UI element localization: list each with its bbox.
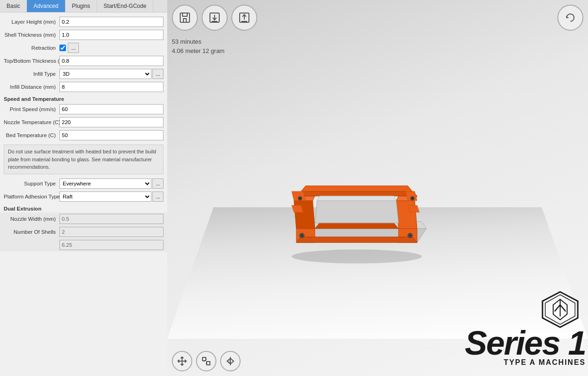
right-toolbar (557, 5, 583, 31)
value-625-input (59, 240, 163, 250)
svg-marker-51 (230, 358, 234, 364)
layer-height-input[interactable] (59, 17, 163, 27)
mirror-button[interactable] (220, 351, 241, 371)
move-button[interactable] (172, 351, 192, 371)
tab-basic[interactable]: Basic (0, 0, 27, 12)
bed-temp-row: Bed Temperature (C) (0, 129, 167, 142)
nozzle-width-input (59, 214, 163, 224)
support-type-dots-button[interactable]: ... (152, 178, 163, 189)
support-type-select[interactable]: Everywhere None Touching Buildplate (59, 178, 151, 189)
svg-point-30 (409, 234, 411, 236)
svg-point-34 (412, 197, 413, 199)
retraction-checkbox[interactable] (59, 45, 66, 51)
svg-marker-21 (315, 223, 399, 228)
infill-type-select-wrap: 3D Grid Lines Triangles ... (59, 69, 163, 79)
support-type-row: Support Type Everywhere None Touching Bu… (0, 177, 167, 190)
bed-temp-input[interactable] (59, 130, 163, 140)
download-button[interactable] (202, 5, 228, 31)
infill-type-dots-button[interactable]: ... (152, 69, 163, 79)
svg-rect-0 (180, 13, 189, 22)
top-bottom-thickness-row: Top/Bottom Thickness (mm) (0, 54, 167, 67)
watermark-logo: Series 1 TYPE A MACHINES (465, 291, 588, 367)
platform-adhesion-label: Platform Adhesion Type (4, 194, 59, 199)
svg-point-8 (292, 249, 422, 263)
nozzle-temp-input[interactable] (59, 117, 163, 127)
top-bottom-thickness-input[interactable] (59, 56, 163, 66)
3d-model (268, 135, 445, 267)
infill-type-select[interactable]: 3D Grid Lines Triangles (59, 69, 151, 79)
speed-temp-section-header: Speed and Temperature (0, 93, 167, 103)
info-box: Do not use surface treatment with heated… (4, 145, 163, 174)
form-area: Layer Height (mm) Shell Thickness (mm) R… (0, 13, 167, 376)
svg-point-32 (299, 197, 301, 199)
scale-button[interactable] (196, 351, 216, 371)
print-speed-row: Print Speed (mm/s) (0, 103, 167, 116)
platform-adhesion-dots-button[interactable]: ... (152, 191, 163, 202)
series1-icon (542, 291, 579, 328)
retraction-label: Retraction (4, 45, 59, 51)
layer-height-label: Layer Height (mm) (4, 19, 59, 25)
svg-marker-24 (317, 196, 396, 200)
svg-marker-19 (296, 191, 417, 196)
platform-adhesion-select-wrap: Raft None Brim ... (59, 191, 163, 202)
tab-startend[interactable]: Start/End-GCode (97, 0, 153, 12)
svg-rect-1 (183, 19, 186, 22)
print-material: 4.06 meter 12 gram (172, 46, 224, 56)
series-text: Series 1 (465, 328, 586, 358)
bottom-toolbar (172, 351, 241, 371)
infill-distance-label: Infill Distance (mm) (4, 84, 59, 90)
settings-panel: Basic Advanced Plugins Start/End-GCode L… (0, 0, 167, 376)
retraction-dots-button[interactable]: ... (68, 43, 79, 53)
print-time: 53 minutes (172, 37, 224, 46)
tab-bar: Basic Advanced Plugins Start/End-GCode (0, 0, 167, 13)
upload-button[interactable] (231, 5, 257, 31)
top-toolbar (172, 5, 257, 31)
infill-distance-row: Infill Distance (mm) (0, 80, 167, 93)
svg-marker-23 (315, 200, 399, 223)
brand-watermark: Series 1 TYPE A MACHINES (465, 291, 588, 367)
nozzle-width-label: Nozzle Width (mm) (4, 216, 59, 222)
svg-marker-20 (301, 185, 412, 191)
platform-adhesion-row: Platform Adhesion Type Raft None Brim ..… (0, 190, 167, 203)
infill-type-row: Infill Type 3D Grid Lines Triangles ... (0, 67, 167, 80)
bed-temp-label: Bed Temperature (C) (4, 132, 59, 138)
platform-adhesion-select[interactable]: Raft None Brim (59, 191, 151, 202)
shell-thickness-label: Shell Thickness (mm) (4, 32, 59, 38)
num-shells-input (59, 227, 163, 237)
svg-rect-45 (207, 362, 210, 365)
svg-marker-15 (294, 200, 315, 228)
retraction-row: Retraction ... (0, 41, 167, 54)
3d-view-panel: 53 minutes 4.06 meter 12 gram (167, 0, 588, 376)
shell-thickness-input[interactable] (59, 30, 163, 40)
shell-thickness-row: Shell Thickness (mm) (0, 28, 167, 41)
num-shells-row: Number Of Shells (0, 225, 167, 238)
infill-distance-input[interactable] (59, 82, 163, 92)
print-speed-label: Print Speed (mm/s) (4, 106, 59, 112)
retraction-checkbox-wrap: ... (59, 43, 163, 53)
num-shells-label: Number Of Shells (4, 229, 59, 235)
infill-type-label: Infill Type (4, 71, 59, 77)
tab-plugins[interactable]: Plugins (65, 0, 97, 12)
rotate-view-button[interactable] (557, 5, 583, 31)
nozzle-width-row: Nozzle Width (mm) (0, 212, 167, 225)
svg-rect-44 (203, 357, 206, 361)
svg-marker-16 (396, 200, 417, 228)
print-info: 53 minutes 4.06 meter 12 gram (172, 37, 224, 55)
svg-point-28 (301, 234, 303, 236)
value-625-row (0, 238, 167, 251)
nozzle-temp-label: Nozzle Temperature (C) (4, 119, 59, 125)
print-speed-input[interactable] (59, 104, 163, 114)
svg-marker-13 (296, 237, 417, 242)
save-to-sd-button[interactable] (172, 5, 198, 31)
nozzle-temp-row: Nozzle Temperature (C) (0, 116, 167, 129)
top-bottom-thickness-label: Top/Bottom Thickness (mm) (4, 58, 59, 64)
svg-marker-50 (227, 358, 230, 364)
dual-extrusion-section-header: Dual Extrusion (0, 203, 167, 212)
support-type-select-wrap: Everywhere None Touching Buildplate ... (59, 178, 163, 189)
layer-height-row: Layer Height (mm) (0, 15, 167, 28)
support-type-label: Support Type (4, 181, 59, 186)
tab-advanced[interactable]: Advanced (27, 0, 65, 12)
